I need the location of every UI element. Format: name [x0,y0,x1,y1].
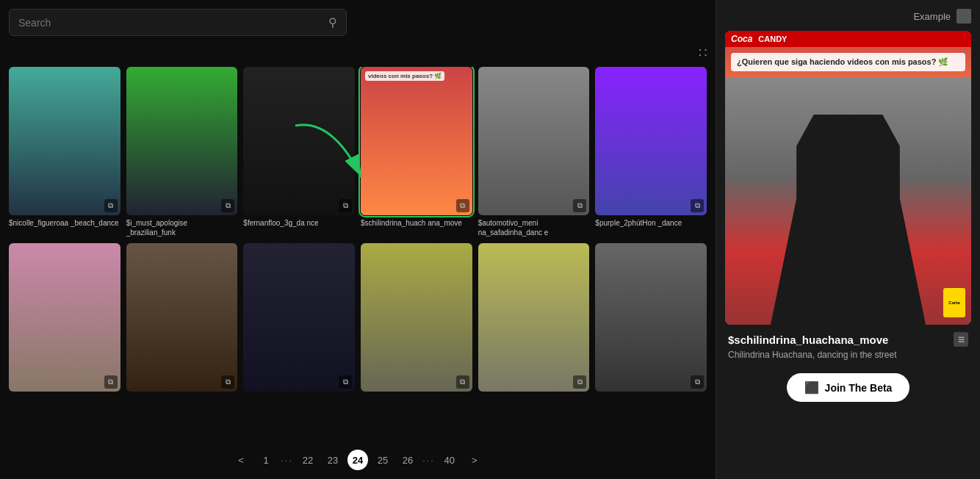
video-thumb-card-1: ⧉ [9,67,120,215]
pagination-page-24[interactable]: 24 [347,450,368,470]
join-beta-label: Join The Beta [825,382,893,394]
pagination-page-25[interactable]: 25 [372,450,393,470]
preview-bg: Coca CANDY ¿Quieren que siga haciendo vi… [725,31,971,325]
andy-text: CANDY [758,35,787,43]
coca-cola-text: Coca [731,34,752,44]
video-preview: Coca CANDY ¿Quieren que siga haciendo vi… [725,31,971,325]
join-beta-button[interactable]: ⬛ Join The Beta [787,373,910,402]
thumb-overlay-icon: ⧉ [221,375,234,389]
preview-info: $schilindrina_huachana_move ☰ Chilindrin… [725,325,971,366]
video-thumb-card-8: ⧉ [126,243,238,392]
pagination-dots: ··· [281,455,293,466]
video-card-card-12[interactable]: ⧉ [595,243,707,392]
pagination-dots: ··· [422,455,435,466]
right-header: Example [725,9,971,24]
video-card-card-5[interactable]: ⧉$automotivo_meni na_safadinha_danc e [478,67,590,237]
preview-title: $schilindrina_huachana_move ☰ [728,332,968,347]
video-thumb-card-9: ⧉ [243,243,355,392]
video-thumb-card-10: ⧉ [361,243,472,392]
thumb-overlay-icon: ⧉ [104,199,118,212]
video-card-card-1[interactable]: ⧉$nicolle_figueroaa _beach_dance [9,67,120,237]
grid-wrapper: ⧉$nicolle_figueroaa _beach_dance⧉$i_must… [9,67,707,442]
pagination-page-1[interactable]: 1 [256,450,276,470]
thumb-overlay-icon: ⧉ [456,199,469,212]
video-card-card-11[interactable]: ⧉ [478,243,590,392]
video-thumb-card-2: ⧉ [126,67,238,215]
preview-caption: ¿Quieren que siga haciendo videos con mi… [731,53,965,71]
preview-description: Chilindrina Huachana, dancing in the str… [728,350,968,360]
video-card-card-9[interactable]: ⧉ [243,243,355,392]
pagination-page-26[interactable]: 26 [397,450,418,470]
preview-person: Carta [725,77,971,325]
left-panel: ⚲ ∷ ⧉$nicolle_figueroaa _beach_dance⧉$i_… [0,0,716,479]
search-bar[interactable]: ⚲ [9,9,347,36]
pagination: <1···2223242526···40> [9,442,707,473]
preview-action-icon[interactable]: ☰ [954,332,968,347]
pagination-page-22[interactable]: 22 [298,450,318,470]
discord-icon: ⬛ [804,381,819,395]
thumb-overlay-icon: ⧉ [691,199,704,212]
thumb-overlay-icon: ⧉ [573,199,586,212]
video-thumb-card-6: ⧉ [595,67,707,215]
thumb-overlay-icon: ⧉ [221,199,234,212]
thumb-overlay-icon: ⧉ [691,375,704,389]
person-silhouette [762,115,934,325]
video-thumb-card-3: ⧉ [243,67,355,215]
video-card-card-8[interactable]: ⧉ [126,243,238,392]
thumb-overlay-icon: ⧉ [573,375,586,389]
video-label: $purple_2phútHon _dance [595,218,707,228]
pagination-page-40[interactable]: 40 [439,450,460,470]
video-card-card-4[interactable]: videos con mis pasos? 🌿⧉$schilindrina_hu… [361,67,472,237]
video-thumb-card-4: videos con mis pasos? 🌿⧉ [361,67,472,215]
thumb-tag: videos con mis pasos? 🌿 [365,71,444,81]
video-thumb-card-7: ⧉ [9,243,120,392]
search-input[interactable] [18,17,328,29]
video-card-card-2[interactable]: ⧉$i_must_apologise _brazilian_funk [126,67,238,237]
header-icon-block [956,9,971,24]
right-panel: Example Coca CANDY ¿Quieren que siga hac… [716,0,980,479]
yellow-sign: Carta [943,288,965,317]
thumb-overlay-icon: ⧉ [104,375,118,389]
video-grid: ⧉$nicolle_figueroaa _beach_dance⧉$i_must… [9,67,707,392]
pagination-page-23[interactable]: 23 [323,450,343,470]
video-thumb-card-5: ⧉ [478,67,590,215]
video-card-card-7[interactable]: ⧉ [9,243,120,392]
grid-header: ∷ [9,45,707,61]
video-label: $i_must_apologise _brazilian_funk [126,218,238,237]
thumb-overlay-icon: ⧉ [339,199,352,212]
preview-top-bar: Coca CANDY [725,31,971,47]
thumb-overlay-icon: ⧉ [339,375,352,389]
video-label: $schilindrina_huach ana_move [361,218,472,228]
video-thumb-card-12: ⧉ [595,243,707,392]
example-label: Example [913,11,951,22]
video-card-card-3[interactable]: ⧉$fernanfloo_3g_da nce [243,67,355,237]
preview-title-text: $schilindrina_huachana_move [728,334,888,346]
search-icon: ⚲ [328,15,337,29]
grid-toggle-icon[interactable]: ∷ [699,45,707,61]
thumb-overlay-icon: ⧉ [456,375,469,389]
video-card-card-10[interactable]: ⧉ [361,243,472,392]
video-label: $nicolle_figueroaa _beach_dance [9,218,120,228]
video-label: $automotivo_meni na_safadinha_danc e [478,218,590,237]
pagination-prev[interactable]: < [231,450,251,470]
video-label: $fernanfloo_3g_da nce [243,218,355,228]
video-card-card-6[interactable]: ⧉$purple_2phútHon _dance [595,67,707,237]
pagination-next[interactable]: > [464,450,485,470]
video-thumb-card-11: ⧉ [478,243,590,392]
